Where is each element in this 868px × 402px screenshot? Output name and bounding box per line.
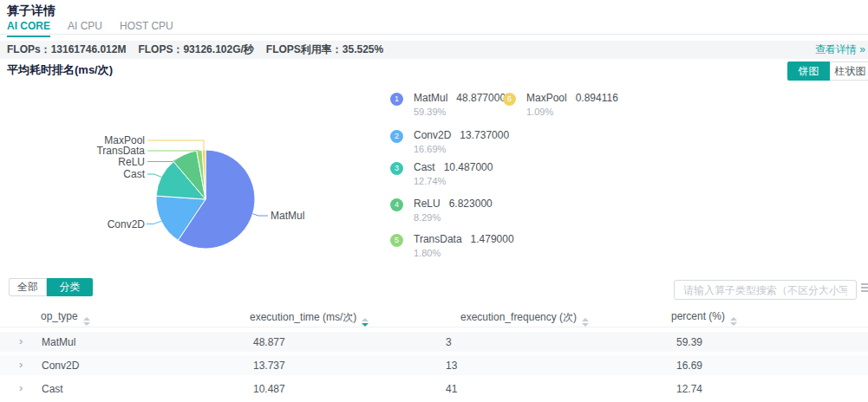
filter-category-button[interactable]: 分类	[47, 278, 93, 296]
flops-total: FLOPs：13161746.012M	[7, 42, 126, 57]
flops-summary-bar: FLOPs：13161746.012M FLOPS：93126.102G/秒 F…	[0, 41, 868, 59]
column-header-label: op_type	[41, 310, 78, 322]
column-header-execution-frequency[interactable]: execution_frequency (次)	[460, 310, 589, 327]
legend-item-transdata[interactable]: 5 TransData1.479000 1.80%	[390, 233, 514, 258]
cell-op-type: MatMul	[42, 336, 75, 348]
cell-execution-time: 48.877	[253, 336, 285, 348]
cell-percent: 59.39	[676, 336, 702, 348]
legend-percent: 12.74%	[414, 176, 493, 186]
column-header-label: percent (%)	[671, 310, 725, 322]
filter-all-button[interactable]: 全部	[9, 278, 47, 296]
view-details-link[interactable]: 查看详情 »	[815, 42, 865, 57]
legend-name: TransData	[414, 233, 462, 245]
pie-leader-line-matmul	[253, 214, 268, 216]
pie-leader-line-conv2d	[147, 221, 161, 224]
row-expand-icon[interactable]: ›	[19, 382, 23, 394]
tab-ai-cpu[interactable]: AI CPU	[68, 20, 102, 36]
legend-value: 6.823000	[449, 198, 493, 210]
tab-bar: AI CORE AI CPU HOST CPU	[0, 18, 868, 35]
page-title: 算子详情	[7, 3, 55, 19]
cell-op-type: Cast	[42, 383, 63, 395]
flops-per-second: FLOPS：93126.102G/秒	[138, 42, 253, 57]
flops-utilization: FLOPS利用率：35.525%	[266, 42, 383, 57]
legend-item-relu[interactable]: 4 ReLU6.823000 8.29%	[390, 198, 493, 223]
row-expand-icon[interactable]: ›	[19, 359, 23, 371]
row-expand-icon[interactable]: ›	[19, 335, 23, 347]
sort-icon	[730, 317, 737, 326]
bar-view-button[interactable]: 柱状图	[830, 62, 868, 81]
pie-chart: MaxPool TransData ReLU Cast Conv2D MatMu…	[0, 82, 364, 286]
legend-value: 10.487000	[444, 161, 493, 173]
cell-execution-time: 13.737	[253, 360, 285, 372]
legend-percent: 1.80%	[414, 248, 514, 258]
legend-rank-badge: 6	[503, 93, 516, 106]
sort-desc-icon	[362, 318, 369, 327]
legend-name: ReLU	[414, 198, 441, 210]
legend-item-conv2d[interactable]: 2 Conv2D13.737000 16.69%	[390, 129, 509, 154]
pie-label-relu: ReLU	[118, 156, 145, 168]
legend-rank-badge: 2	[390, 130, 403, 143]
column-header-op-type[interactable]: op_type	[41, 310, 90, 326]
legend-name: Cast	[414, 161, 435, 173]
legend-rank-badge: 5	[390, 234, 403, 247]
cell-execution-frequency: 3	[446, 336, 452, 348]
operator-search-input[interactable]	[674, 280, 857, 300]
legend-percent: 59.39%	[414, 107, 506, 117]
sort-icon	[582, 318, 589, 327]
legend-item-maxpool[interactable]: 6 MaxPool0.894116 1.09%	[503, 92, 618, 117]
chart-section-title: 平均耗时排名(ms/次)	[7, 62, 113, 78]
legend-percent: 16.69%	[414, 144, 509, 154]
column-settings-icon[interactable]	[861, 283, 868, 295]
table-header: op_type execution_time (ms/次) execution_…	[0, 305, 868, 327]
legend-value: 0.894116	[576, 92, 618, 104]
cell-op-type: Conv2D	[42, 360, 79, 372]
legend-value: 48.877000	[456, 92, 506, 104]
column-header-percent[interactable]: percent (%)	[671, 310, 737, 326]
tab-host-cpu[interactable]: HOST CPU	[120, 20, 173, 36]
cell-percent: 12.74	[676, 383, 702, 395]
legend-name: Conv2D	[414, 129, 451, 141]
table-row-cast: › Cast 10.487 41 12.74	[0, 379, 868, 402]
legend-value: 13.737000	[460, 129, 509, 141]
cell-percent: 16.69	[676, 360, 702, 372]
legend-percent: 1.09%	[526, 107, 618, 117]
column-header-label: execution_frequency (次)	[460, 311, 577, 323]
sort-icon	[83, 317, 90, 326]
table-row-conv2d: › Conv2D 13.737 13 16.69	[0, 355, 868, 375]
tab-ai-core[interactable]: AI CORE	[7, 20, 50, 37]
pie-label-cast: Cast	[123, 168, 145, 180]
pie-leader-line-maxpool	[147, 140, 204, 151]
legend-name: MaxPool	[526, 92, 567, 104]
legend-rank-badge: 3	[390, 162, 403, 175]
pie-view-button[interactable]: 饼图	[787, 62, 830, 81]
cell-execution-frequency: 13	[446, 360, 457, 372]
legend-item-cast[interactable]: 3 Cast10.487000 12.74%	[390, 161, 493, 186]
cell-execution-frequency: 41	[446, 383, 457, 395]
legend-name: MatMul	[414, 92, 447, 104]
column-header-execution-time[interactable]: execution_time (ms/次)	[250, 310, 369, 327]
legend-rank-badge: 1	[390, 93, 403, 106]
table-row-matmul: › MatMul 48.877 3 59.39	[0, 332, 868, 352]
legend-percent: 8.29%	[414, 212, 493, 223]
pie-label-matmul: MatMul	[271, 210, 304, 222]
legend-value: 1.479000	[471, 233, 514, 245]
column-header-label: execution_time (ms/次)	[250, 311, 356, 323]
cell-execution-time: 10.487	[253, 383, 285, 395]
legend-item-matmul[interactable]: 1 MatMul48.877000 59.39%	[390, 92, 506, 117]
legend-rank-badge: 4	[390, 198, 403, 211]
pie-leader-line-cast	[147, 174, 161, 178]
pie-label-conv2d: Conv2D	[108, 218, 146, 230]
